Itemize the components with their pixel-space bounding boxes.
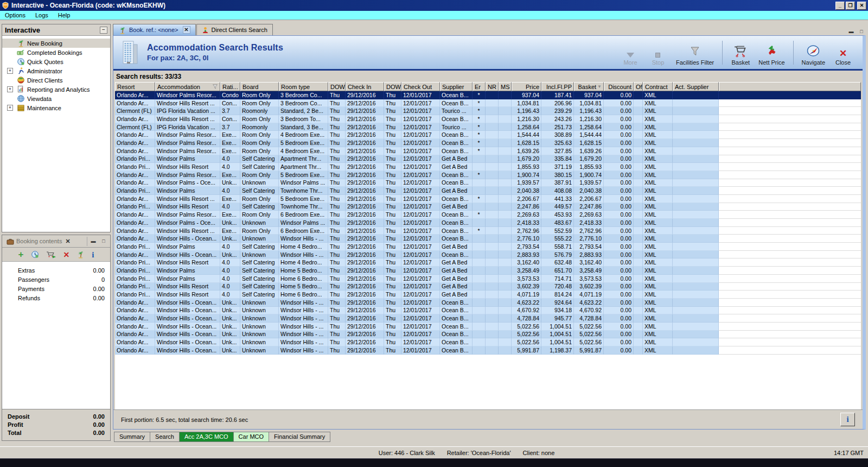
column-header-dow[interactable]: DOW bbox=[328, 82, 346, 91]
bottom-tab-search[interactable]: Search bbox=[150, 432, 180, 442]
table-row[interactable]: Orlando Ar...Windsor Hills - Ocean...Unk… bbox=[115, 346, 861, 355]
close-booking-contents-icon[interactable]: ✕ bbox=[65, 238, 70, 245]
close-tab-icon[interactable]: ✕ bbox=[183, 26, 190, 34]
table-row[interactable]: Clermont (FL)IPG Florida Vacation ...3.7… bbox=[115, 107, 861, 115]
maximize-view-button[interactable]: □ bbox=[857, 28, 866, 35]
table-row[interactable]: Orlando Pri...Windsor Hills Resort4.0Sel… bbox=[115, 258, 861, 267]
holiday-button[interactable] bbox=[76, 250, 85, 258]
table-row[interactable]: Orlando Ar...Windsor Hills Resort ...Exe… bbox=[115, 195, 861, 203]
collapse-panel-button[interactable]: − bbox=[100, 27, 107, 34]
facilities-filter-button[interactable]: Facilities Filter bbox=[676, 40, 714, 66]
table-row[interactable]: Orlando Pri...Windsor Palms4.0Self Cater… bbox=[115, 275, 861, 283]
table-row[interactable]: Orlando Ar...Windsor Hills - Ocean...Unk… bbox=[115, 323, 861, 331]
table-row[interactable]: Orlando Ar...Windsor Palms Resor...Exe..… bbox=[115, 131, 861, 139]
bottom-tab-financial-summary[interactable]: Financial Summary bbox=[269, 432, 330, 442]
table-row[interactable]: Orlando Ar...Windsor Palms Resor...Exe..… bbox=[115, 147, 861, 155]
delete-item-button[interactable]: ✕ bbox=[63, 251, 70, 258]
column-header-contract[interactable]: Contract bbox=[643, 82, 673, 91]
sidebar-item-new-booking[interactable]: New Booking bbox=[2, 39, 110, 48]
tab-booking-ref[interactable]: Book. ref.: <none> ✕ bbox=[113, 24, 196, 35]
table-row[interactable]: Orlando Ar...Windsor Hills - Ocean...Unk… bbox=[115, 338, 861, 346]
table-row[interactable]: Orlando Ar...Windsor Palms Resor...Condo… bbox=[115, 91, 861, 99]
quote-button[interactable] bbox=[31, 250, 39, 258]
table-row[interactable]: Orlando Ar...Windsor Hills - Ocean...Unk… bbox=[115, 314, 861, 323]
table-row[interactable]: Orlando Ar...Windsor Palms - Oce...Unk..… bbox=[115, 219, 861, 227]
list-item[interactable]: Passengers0 bbox=[2, 275, 110, 284]
column-header-nr[interactable]: NR bbox=[486, 82, 499, 91]
sidebar-item-completed-bookings[interactable]: Completed Bookings bbox=[2, 48, 110, 57]
table-row[interactable]: Orlando Pri...Windsor Palms4.0Self Cater… bbox=[115, 243, 861, 251]
table-row[interactable]: Orlando Pri...Windsor Hills Resort4.0Sel… bbox=[115, 163, 861, 171]
table-row[interactable]: Orlando Ar...Windsor Hills - Ocean...Unk… bbox=[115, 299, 861, 307]
table-row[interactable]: Orlando Ar...Windsor Hills Resort ...Exe… bbox=[115, 227, 861, 235]
sidebar-item-viewdata[interactable]: Viewdata bbox=[2, 94, 110, 103]
table-row[interactable]: Orlando Pri...Windsor Hills Resort4.0Sel… bbox=[115, 283, 861, 291]
column-header-accommodation[interactable]: Accommodation bbox=[155, 82, 220, 91]
column-header-room-type[interactable]: Room type bbox=[279, 82, 328, 91]
minimize-view-button[interactable]: ▬ bbox=[847, 28, 856, 35]
restore-window-button[interactable]: ❐ bbox=[846, 2, 855, 10]
column-header-supplier[interactable]: Supplier bbox=[440, 82, 473, 91]
list-item[interactable]: Payments0.00 bbox=[2, 284, 110, 293]
navigate-button[interactable]: Navigate bbox=[802, 40, 825, 66]
table-row[interactable]: Orlando Pri...Windsor Palms4.0Self Cater… bbox=[115, 267, 861, 275]
column-header-check-out[interactable]: Check Out bbox=[401, 82, 440, 91]
list-item[interactable]: Refunds0.00 bbox=[2, 293, 110, 302]
table-row[interactable]: Orlando Pri...Windsor Palms4.0Self Cater… bbox=[115, 187, 861, 195]
close-results-button[interactable]: ✕ Close bbox=[833, 40, 853, 66]
more-button[interactable]: More bbox=[621, 40, 640, 66]
column-header-of[interactable]: Of bbox=[634, 82, 643, 91]
column-header-rati[interactable]: Rati... bbox=[220, 82, 240, 91]
add-item-button[interactable]: + bbox=[18, 251, 24, 258]
menu-options[interactable]: Options bbox=[0, 11, 30, 19]
menu-help[interactable]: Help bbox=[53, 11, 75, 19]
bottom-tab-acc-2a-3c-mco[interactable]: Acc 2A,3C MCO bbox=[180, 432, 234, 442]
table-row[interactable]: Orlando Ar...Windsor Palms Resor...Exe..… bbox=[115, 211, 861, 219]
info-button[interactable]: i bbox=[92, 251, 94, 258]
table-row[interactable]: Orlando Ar...Windsor Palms Resor...Exe..… bbox=[115, 171, 861, 179]
table-row[interactable]: Clermont (FL)IPG Florida Vacation ...3.7… bbox=[115, 123, 861, 131]
list-item[interactable]: Extras0.00 bbox=[2, 266, 110, 275]
column-header-board[interactable]: Board bbox=[240, 82, 279, 91]
sidebar-item-quick-quotes[interactable]: Quick Quotes bbox=[2, 57, 110, 66]
table-row[interactable]: Orlando Ar...Windsor Palms Resor...Exe..… bbox=[115, 139, 861, 147]
expand-icon[interactable]: + bbox=[7, 86, 13, 92]
menu-logs[interactable]: Logs bbox=[30, 11, 53, 19]
column-header-ms[interactable]: MS bbox=[499, 82, 512, 91]
table-row[interactable]: Orlando Ar...Windsor Palms - Oce...Unk..… bbox=[115, 179, 861, 187]
nett-price-button[interactable]: Nett Price bbox=[758, 40, 784, 66]
basket-button[interactable]: Basket bbox=[731, 40, 750, 66]
column-header-act-supplier[interactable]: Act. Supplier bbox=[673, 82, 719, 91]
column-header-resort[interactable]: Resort bbox=[115, 82, 155, 91]
column-header-check-in[interactable]: Check In bbox=[346, 82, 384, 91]
table-row[interactable]: Orlando Ar...Windsor Hills Resort ...Con… bbox=[115, 115, 861, 123]
table-row[interactable]: Orlando Ar...Windsor Hills - Ocean...Unk… bbox=[115, 251, 861, 259]
table-row[interactable]: Orlando Ar...Windsor Hills Resort ...Con… bbox=[115, 99, 861, 108]
column-header-dow[interactable]: DOW bbox=[384, 82, 401, 91]
booking-contents-tab[interactable]: Booking contents ✕ bbox=[4, 237, 87, 246]
minimize-panel-button[interactable]: ▬ bbox=[89, 238, 98, 245]
table-row[interactable]: Orlando Pri...Windsor Palms4.0Self Cater… bbox=[115, 155, 861, 163]
sidebar-item-reporting-and-analytics[interactable]: +Reporting and Analytics bbox=[2, 85, 110, 94]
column-header-incl-fl-pp[interactable]: Incl.Fl.PP bbox=[541, 82, 574, 91]
stop-button[interactable]: Stop bbox=[648, 40, 668, 66]
sidebar-item-maintenance[interactable]: +Maintenance bbox=[2, 103, 110, 112]
table-row[interactable]: Orlando Ar...Windsor Hills - Ocean...Unk… bbox=[115, 307, 861, 315]
move-to-basket-button[interactable] bbox=[46, 250, 56, 259]
table-row[interactable]: Orlando Pri...Windsor Hills Resort4.0Sel… bbox=[115, 291, 861, 299]
table-row[interactable]: Orlando Pri...Windsor Hills Resort4.0Sel… bbox=[115, 203, 861, 211]
table-row[interactable]: Orlando Ar...Windsor Hills - Ocean...Unk… bbox=[115, 235, 861, 243]
column-header-discount[interactable]: Discount bbox=[604, 82, 634, 91]
table-row[interactable]: Orlando Ar...Windsor Hills - Ocean...Unk… bbox=[115, 331, 861, 339]
expand-icon[interactable]: + bbox=[7, 105, 13, 111]
sidebar-item-direct-clients[interactable]: Direct Clients bbox=[2, 75, 110, 85]
info-button[interactable]: i bbox=[840, 413, 855, 426]
column-header-er[interactable]: Er bbox=[473, 82, 486, 91]
maximize-panel-button[interactable]: □ bbox=[99, 238, 108, 245]
column-header-price[interactable]: Price bbox=[512, 82, 541, 91]
sidebar-item-administrator[interactable]: +Administrator bbox=[2, 66, 110, 75]
tab-direct-clients-search[interactable]: Direct Clients Search bbox=[196, 24, 273, 35]
expand-icon[interactable]: + bbox=[7, 68, 13, 74]
minimize-window-button[interactable]: _ bbox=[835, 2, 845, 10]
close-window-button[interactable]: ✕ bbox=[857, 2, 866, 10]
